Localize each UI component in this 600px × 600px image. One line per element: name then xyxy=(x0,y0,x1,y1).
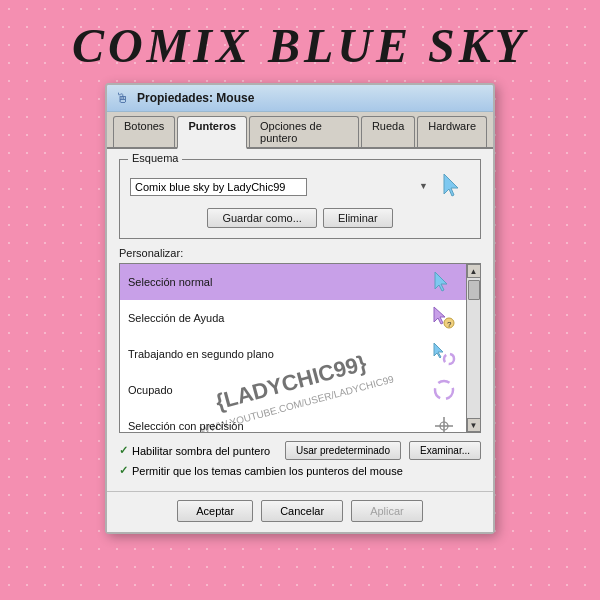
cursor-item-normal-label: Selección normal xyxy=(128,276,430,288)
svg-marker-0 xyxy=(444,174,458,196)
cursor-help-icon: ? xyxy=(430,304,458,332)
cancel-button[interactable]: Cancelar xyxy=(261,500,343,522)
use-default-button[interactable]: Usar predeterminado xyxy=(285,441,401,460)
cursor-list: Selección normal Selección de Ayuda xyxy=(120,264,466,432)
cursor-item-normal[interactable]: Selección normal xyxy=(120,264,466,300)
shadow-checkbox-text: Habilitar sombra del puntero xyxy=(132,445,270,457)
cursor-item-working[interactable]: Trabajando en segundo plano xyxy=(120,336,466,372)
scheme-preview-icon xyxy=(438,170,470,202)
scheme-select[interactable]: Comix blue sky by LadyChic99 xyxy=(130,178,307,196)
dialog-content: Esquema Comix blue sky by LadyChic99 Gua… xyxy=(107,149,493,491)
svg-marker-1 xyxy=(435,272,447,291)
cursor-item-busy[interactable]: Ocupado {LADYCHIC99} WWW.YOUTUBE.COM/USE… xyxy=(120,372,466,408)
shadow-option-row: ✓ Habilitar sombra del puntero Usar pred… xyxy=(119,441,481,460)
page-title: COMIX BLUE SKY xyxy=(72,18,528,73)
cursor-item-precision-label: Selección con precisión xyxy=(128,420,430,432)
svg-point-7 xyxy=(435,381,453,399)
apply-button[interactable]: Aplicar xyxy=(351,500,423,522)
svg-marker-2 xyxy=(434,307,445,324)
cursor-list-scrollbar[interactable]: ▲ ▼ xyxy=(466,264,480,432)
accept-button[interactable]: Aceptar xyxy=(177,500,253,522)
scrollbar-up-arrow[interactable]: ▲ xyxy=(467,264,481,278)
themes-checkbox-text: Permitir que los temas cambien los punte… xyxy=(132,465,403,477)
delete-button[interactable]: Eliminar xyxy=(323,208,393,228)
cursor-precision-icon xyxy=(430,412,458,432)
cursor-list-container: Selección normal Selección de Ayuda xyxy=(119,263,481,433)
dialog-titlebar: 🖱 Propiedades: Mouse xyxy=(107,85,493,112)
tab-botones[interactable]: Botones xyxy=(113,116,175,147)
themes-option-row: ✓ Permitir que los temas cambien los pun… xyxy=(119,464,481,477)
shadow-checkbox-label[interactable]: ✓ Habilitar sombra del puntero xyxy=(119,444,277,457)
svg-marker-5 xyxy=(434,343,443,358)
options-area: ✓ Habilitar sombra del puntero Usar pred… xyxy=(119,441,481,477)
customize-label: Personalizar: xyxy=(119,247,481,259)
cursor-normal-icon xyxy=(430,268,458,296)
save-as-button[interactable]: Guardar como... xyxy=(207,208,316,228)
mouse-icon: 🖱 xyxy=(115,90,131,106)
svg-point-6 xyxy=(444,354,454,364)
scheme-group: Esquema Comix blue sky by LadyChic99 Gua… xyxy=(119,159,481,239)
scheme-row: Comix blue sky by LadyChic99 xyxy=(130,170,470,202)
dialog-footer: Aceptar Cancelar Aplicar xyxy=(107,491,493,532)
cursor-item-help[interactable]: Selección de Ayuda ? xyxy=(120,300,466,336)
tab-hardware[interactable]: Hardware xyxy=(417,116,487,147)
scrollbar-thumb[interactable] xyxy=(468,280,480,300)
scheme-select-wrapper: Comix blue sky by LadyChic99 xyxy=(130,177,432,196)
cursor-working-icon xyxy=(430,340,458,368)
cursor-item-working-label: Trabajando en segundo plano xyxy=(128,348,430,360)
browse-button[interactable]: Examinar... xyxy=(409,441,481,460)
scheme-buttons: Guardar como... Eliminar xyxy=(130,208,470,228)
scrollbar-down-arrow[interactable]: ▼ xyxy=(467,418,481,432)
cursor-item-help-label: Selección de Ayuda xyxy=(128,312,430,324)
dialog-tabs: Botones Punteros Opciones de puntero Rue… xyxy=(107,112,493,149)
tab-rueda[interactable]: Rueda xyxy=(361,116,415,147)
scheme-group-label: Esquema xyxy=(128,152,182,164)
tab-opciones-puntero[interactable]: Opciones de puntero xyxy=(249,116,359,147)
themes-checkmark: ✓ xyxy=(119,464,128,477)
svg-text:?: ? xyxy=(447,320,452,329)
dialog-title-text: Propiedades: Mouse xyxy=(137,91,254,105)
dialog-window: 🖱 Propiedades: Mouse Botones Punteros Op… xyxy=(105,83,495,534)
shadow-checkmark: ✓ xyxy=(119,444,128,457)
cursor-item-busy-label: Ocupado xyxy=(128,384,430,396)
cursor-item-precision[interactable]: Selección con precisión xyxy=(120,408,466,432)
cursor-busy-icon xyxy=(430,376,458,404)
themes-checkbox-label[interactable]: ✓ Permitir que los temas cambien los pun… xyxy=(119,464,481,477)
tab-punteros[interactable]: Punteros xyxy=(177,116,247,149)
